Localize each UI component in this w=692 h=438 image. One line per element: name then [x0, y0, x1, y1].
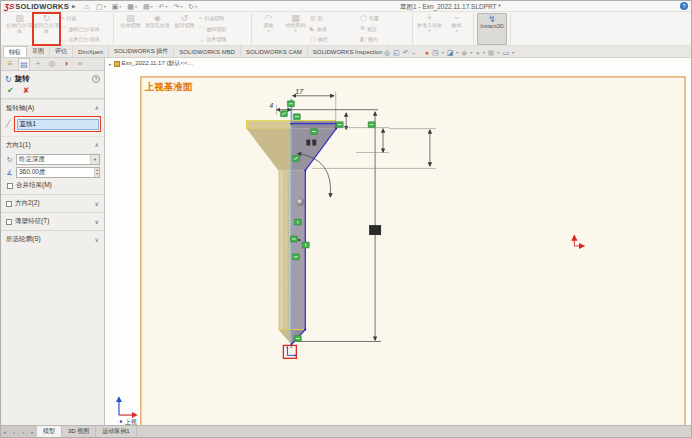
- appearances-icon[interactable]: ●: [475, 48, 479, 57]
- wrap-button[interactable]: ◯ 包覆: [359, 13, 409, 24]
- rebuild-icon[interactable]: ↻ ▾: [188, 2, 197, 11]
- viewport-canvas[interactable]: 上视基准面: [105, 58, 691, 425]
- reference-geometry-button[interactable]: + 参考几何体 ▾: [416, 13, 443, 45]
- direction1-section-header[interactable]: 方向1(1) ∧: [1, 136, 104, 152]
- intersect-button[interactable]: ⊗ 相交: [359, 24, 409, 35]
- rib-button[interactable]: ▥ 筋: [309, 13, 359, 24]
- display-style-icon[interactable]: ◪: [447, 48, 454, 57]
- menu-expander-icon[interactable]: ▶: [72, 3, 76, 9]
- end-condition-dropdown[interactable]: 给定深度 ▼: [16, 154, 100, 165]
- mirror-button[interactable]: ◧ 镜向: [359, 34, 409, 45]
- view-settings-caret[interactable]: ▾: [512, 48, 514, 57]
- cancel-button[interactable]: ✘: [23, 86, 30, 95]
- zoom-to-fit-icon[interactable]: ◎: [384, 48, 390, 57]
- hole-wizard-button[interactable]: ◈ 异型孔向导: [144, 13, 171, 45]
- dropdown-caret-icon[interactable]: ▼: [90, 155, 99, 164]
- graphics-area[interactable]: 上视基准面: [105, 58, 691, 425]
- angle-input[interactable]: 360.00度 ▴ ▾: [16, 167, 100, 178]
- ok-button[interactable]: ✔: [7, 86, 14, 95]
- tab-solidworks-addins[interactable]: SOLIDWORKS 插件: [109, 46, 174, 57]
- instant3d-button[interactable]: ↯ Instant3D: [477, 13, 507, 45]
- manager-tabs-overflow[interactable]: »: [74, 58, 86, 70]
- tab-solidworks-inspection[interactable]: SOLIDWORKS Inspection: [308, 46, 389, 57]
- angle-dimension-value[interactable]: [306, 140, 310, 146]
- revolve-boss-button[interactable]: ↻ 旋转凸台/基体: [33, 13, 60, 45]
- displaymanager-tab[interactable]: ◑: [60, 58, 72, 70]
- linear-pattern-button[interactable]: ▦ 线性阵列 ▾: [282, 13, 309, 45]
- loft-button[interactable]: ◠ 放样凸台/基体: [60, 24, 110, 35]
- ribbon-button-icon: ≈: [199, 15, 202, 22]
- merge-result-checkbox[interactable]: [7, 183, 13, 189]
- selected-contours-section-header[interactable]: 所选轮廓(S) ∨: [1, 230, 104, 248]
- extruded-cut-button[interactable]: ▨ 拉伸切除: [117, 13, 144, 45]
- boundary-cut-button[interactable]: ◡ 边界切除: [198, 34, 248, 45]
- tab-evaluate[interactable]: 评估: [50, 46, 73, 57]
- scroll-tabs-left-icon[interactable]: ‹: [10, 426, 19, 437]
- configurationmanager-tab[interactable]: +: [32, 58, 44, 70]
- scroll-tabs-right-icon[interactable]: ›: [19, 426, 28, 437]
- tab-solidworks-mbd[interactable]: SOLIDWORKS MBD: [174, 46, 241, 57]
- 3d-views-tab[interactable]: 3D 视图: [62, 426, 96, 437]
- tree-expander-icon[interactable]: ▸: [109, 61, 112, 67]
- display-style-caret[interactable]: ▾: [456, 48, 458, 57]
- scene-caret[interactable]: ▾: [497, 48, 499, 57]
- previous-view-icon[interactable]: ↶: [403, 48, 409, 57]
- expand-chevron-icon: ∨: [95, 236, 99, 243]
- print-icon[interactable]: ▤ ▾: [143, 2, 153, 11]
- thin-feature-section-header[interactable]: 薄壁特征(T) ∨: [1, 212, 104, 230]
- featuremanager-tree-tab[interactable]: ≡: [4, 58, 16, 70]
- zoom-to-area-icon[interactable]: ◱: [393, 48, 400, 57]
- open-document-icon[interactable]: ▣ ▾: [112, 2, 122, 11]
- edit-appearance-icon[interactable]: ●: [425, 48, 429, 57]
- model-tab[interactable]: 模型: [37, 426, 62, 437]
- tab-features[interactable]: 特征: [3, 46, 27, 57]
- direction2-section-header[interactable]: 方向2(2) ∨: [1, 194, 104, 212]
- help-icon[interactable]: ?: [680, 2, 688, 10]
- extrude-boss-button[interactable]: ▧ 拉伸凸台/基体: [6, 13, 33, 45]
- flyout-feature-tree[interactable]: ▸ Exn_2022.11.17 (默认<<…: [109, 59, 269, 68]
- undo-icon[interactable]: ↶ ▾: [159, 2, 168, 11]
- direction2-checkbox[interactable]: [6, 201, 12, 207]
- new-document-icon[interactable]: ▢ ▾: [96, 2, 106, 11]
- view-orientation-caret[interactable]: ▾: [442, 48, 444, 57]
- dimension-4-label[interactable]: 4: [269, 102, 273, 109]
- curves-button[interactable]: ~ 曲线 ▾: [443, 13, 470, 45]
- motion-study-tab[interactable]: 运动算例1: [96, 426, 136, 437]
- home-icon[interactable]: ⌂: [85, 2, 90, 11]
- revolve-direction-icon[interactable]: ↻: [5, 156, 14, 164]
- fillet-button[interactable]: ◠ 圆角 ▾: [255, 13, 282, 45]
- dimension-17-label[interactable]: 17: [295, 88, 304, 95]
- axis-section-header[interactable]: 旋转轴(A) ∧: [1, 99, 104, 115]
- length-dimension-value[interactable]: [369, 225, 381, 235]
- boundary-boss-button[interactable]: ◡ 边界凸台/基体: [60, 34, 110, 45]
- shell-button[interactable]: ▢ 抽壳: [309, 34, 359, 45]
- tab-solidworks-cam[interactable]: SOLIDWORKS CAM: [241, 46, 308, 57]
- view-settings-icon[interactable]: ▭: [502, 48, 509, 57]
- save-icon[interactable]: ▦ ▾: [127, 2, 137, 11]
- tab-dimxpert[interactable]: DimXpert: [73, 46, 109, 57]
- swept-cut-button[interactable]: ≈ 扫描切除: [198, 13, 248, 24]
- hide-show-items-icon[interactable]: ◉: [461, 48, 467, 57]
- view-orientation-icon[interactable]: ◳: [432, 48, 439, 57]
- section-view-icon[interactable]: ◒: [412, 48, 416, 57]
- scene-icon[interactable]: ▦: [488, 48, 495, 57]
- axis-selection-field[interactable]: 直线1: [17, 119, 99, 130]
- appearances-caret[interactable]: ▾: [483, 48, 485, 57]
- hide-show-items-caret[interactable]: ▾: [470, 48, 472, 57]
- sweep-button[interactable]: ≈ 扫描: [60, 13, 110, 24]
- dimxpertmanager-tab[interactable]: ◎: [46, 58, 58, 70]
- scroll-tabs-last-icon[interactable]: »: [28, 426, 37, 437]
- tab-sketch[interactable]: 草图: [27, 46, 50, 57]
- thin-feature-checkbox[interactable]: [6, 219, 12, 225]
- pm-help-icon[interactable]: ?: [92, 75, 100, 83]
- propertymanager-tab[interactable]: ▤: [18, 58, 30, 70]
- spinner-buttons[interactable]: ▴ ▾: [94, 168, 99, 177]
- scroll-tabs-first-icon[interactable]: «: [1, 426, 10, 437]
- lofted-cut-button[interactable]: ◠ 放样切割: [198, 24, 248, 35]
- part-tree-item[interactable]: Exn_2022.11.17 (默认<<…: [122, 59, 194, 68]
- drag-handle-sphere[interactable]: [297, 199, 304, 206]
- redo-icon[interactable]: ↷ ▾: [173, 2, 182, 11]
- draft-button[interactable]: ◣ 拔模: [309, 24, 359, 35]
- revolved-cut-button[interactable]: ↺ 旋转切除: [171, 13, 198, 45]
- ribbon-button-icon: ⊗: [360, 25, 365, 32]
